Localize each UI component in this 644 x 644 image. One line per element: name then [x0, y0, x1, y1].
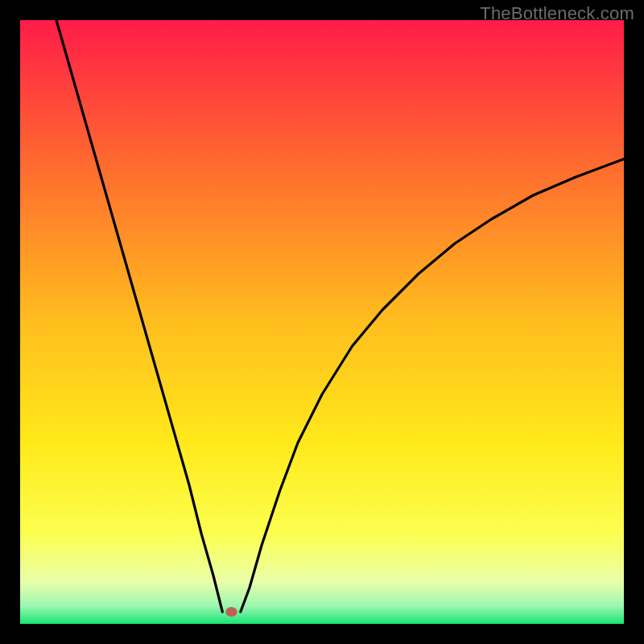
gradient-background: [20, 20, 624, 624]
chart-frame: [20, 20, 624, 624]
annotation-group: [225, 607, 237, 617]
optimal-point-marker: [225, 607, 237, 617]
bottleneck-chart: [20, 20, 624, 624]
watermark-text: TheBottleneck.com: [480, 3, 634, 24]
